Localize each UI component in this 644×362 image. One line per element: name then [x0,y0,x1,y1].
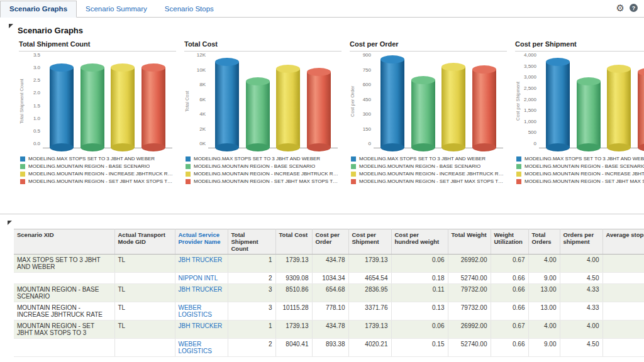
bar-series-2[interactable] [607,69,631,148]
bar-series-0[interactable] [215,62,239,148]
cell: 654.68 [312,284,348,302]
chart-title: Cost per Shipment [515,40,644,48]
bar-series-1[interactable] [80,67,104,148]
cell: 8510.86 [275,284,312,302]
chart-legend: MODELING.MAX STOPS SET TO 3 JBHT AND WEB… [350,156,507,184]
cell: 0.06 [391,255,448,273]
provider-link[interactable]: WEBER LOGISTICS [175,302,228,321]
y-axis-title: Total Cost [184,54,192,148]
bar-series-1[interactable] [411,80,435,148]
cell [114,339,175,357]
y-tick-label: 2,500 [523,85,536,91]
column-header[interactable]: Total Cost [275,229,312,255]
column-header[interactable]: Cost per Shipment [348,229,391,255]
y-axis-ticks: 12K10K8K6K4K2K0K [192,52,208,146]
legend-label: MODELING.MOUNTAIN REGION - BASE SCENARIO [194,163,315,169]
column-header[interactable]: Scenario XID [14,229,114,255]
bar-series-1[interactable] [246,81,270,148]
provider-link[interactable]: JBH TRUCKER [175,255,228,273]
column-header[interactable]: Total Weight [448,229,491,255]
legend-swatch-icon [20,164,25,169]
cell: 4020.21 [348,339,391,357]
cell: TL [114,302,175,321]
y-tick-label: 6K [192,97,206,102]
column-header[interactable]: Orders per shipment [560,229,602,255]
results-table: Scenario XIDActual Transport Mode GIDAct… [14,229,644,357]
cell: 3 [228,302,275,321]
cell: 52740.00 [448,339,491,357]
bar-series-3[interactable] [638,72,644,148]
bar-series-3[interactable] [142,67,165,148]
cell [602,284,644,302]
plot-area [43,54,172,148]
y-tick-label: 1,000 [523,119,536,124]
y-tick-label: 0K [192,141,206,146]
bar-series-2[interactable] [441,67,465,148]
table-row[interactable]: NIPPON INTL29309.081034.344654.540.18527… [14,273,644,284]
column-header[interactable]: Actual Service Provider Name [175,229,228,255]
y-tick-label: 0.0 [26,141,40,146]
tab-scenario-stops[interactable]: Scenario Stops [156,1,223,17]
collapse-handle-icon[interactable] [8,221,12,225]
y-tick-label: 2,000 [523,97,536,102]
chart-total-shipment-count: Total Shipment Count Total Shipment Coun… [19,40,176,186]
table-row[interactable]: MOUNTAIN REGION - SET JBHT MAX STOPS TO … [14,321,644,339]
cell: 434.78 [312,255,348,273]
y-tick-label: 750 [357,67,371,73]
collapse-handle-icon[interactable] [9,24,13,28]
bar-series-2[interactable] [276,69,300,148]
bar-series-1[interactable] [577,81,601,148]
provider-link[interactable]: NIPPON INTL [175,273,228,284]
y-tick-label: 0 [523,141,536,146]
cell: 0.13 [391,302,448,321]
cell: 0.18 [391,273,448,284]
provider-link[interactable]: JBH TRUCKER [175,284,228,302]
bar-series-0[interactable] [546,62,570,148]
legend-swatch-icon [351,164,356,169]
cell [602,321,644,339]
tab-scenario-graphs[interactable]: Scenario Graphs [0,1,77,18]
table-row[interactable]: MOUNTAIN REGION - BASE SCENARIOTLJBH TRU… [14,284,644,302]
legend-swatch-icon [186,179,191,184]
column-header[interactable]: Average stops [602,229,644,255]
cell: 0.66 [491,284,528,302]
provider-link[interactable]: JBH TRUCKER [175,321,228,339]
gear-icon[interactable]: ⚙ [616,3,625,13]
bar-series-3[interactable] [307,72,331,148]
legend-swatch-icon [20,179,25,184]
help-icon[interactable]: ? [630,4,638,12]
cell: 0.11 [391,284,448,302]
bar-series-0[interactable] [50,67,74,148]
table-row[interactable]: MAX STOPS SET TO 3 JBHT AND WEBERTLJBH T… [14,255,644,273]
bar-series-0[interactable] [380,59,404,148]
bar-series-3[interactable] [472,69,496,148]
cell: 4.50 [560,273,602,284]
y-tick-label: 0.5 [26,128,40,134]
cell: 4654.54 [348,273,391,284]
column-header[interactable]: Weight Utilization [491,229,528,255]
legend-swatch-icon [351,156,356,162]
table-row[interactable]: MOUNTAIN REGION - INCREASE JBHTRUCK RATE… [14,302,644,321]
cell [14,339,114,357]
y-tick-label: 0 [357,141,371,146]
column-header[interactable]: Cost per Order [312,229,348,255]
cell: 1 [228,255,275,273]
tab-scenario-summary[interactable]: Scenario Summary [77,1,156,17]
bar-series-2[interactable] [111,67,135,148]
legend-swatch-icon [186,172,191,177]
provider-link[interactable]: WEBER LOGISTICS [175,339,228,357]
y-tick-label: 500 [523,129,536,135]
column-header[interactable]: Total Orders [528,229,560,255]
cell [602,302,644,321]
y-tick-label: 450 [357,97,371,102]
column-header[interactable]: Total Shipment Count [228,229,275,255]
cell: TL [114,321,175,339]
column-header[interactable]: Actual Transport Mode GID [114,229,175,255]
cell [602,255,644,273]
y-tick-label: 10K [192,67,206,73]
legend-label: MODELING.MOUNTAIN REGION - SET JBHT MAX … [525,178,644,184]
chart-cost-per-order: Cost per Order Cost per Order 9007506004… [350,40,507,186]
column-header[interactable]: Cost per hundred weight [391,229,448,255]
table-row[interactable]: WEBER LOGISTICS28040.41893.384020.210.15… [14,339,644,357]
y-axis-title: Total Shipment Count [19,54,26,148]
